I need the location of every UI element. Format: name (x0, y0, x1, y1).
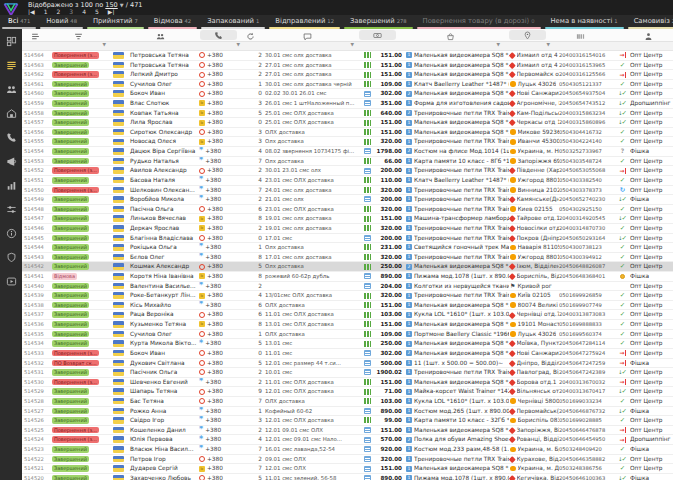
filter-dropdown-icon[interactable]: ▼ (103, 42, 106, 47)
order-row-514546[interactable]: 514546ЗавершенийДеркач Ярославlc+380219.… (22, 224, 673, 234)
order-row-514558[interactable]: 514558ЗавершенийКовпак Татьянаlc+380525.… (22, 109, 673, 119)
page-button-2[interactable]: 2 (56, 8, 60, 15)
order-row-514551[interactable]: 514551ЗавершенийБасова Наталя*+380423.01… (22, 176, 673, 186)
order-status: Повернення (з... (50, 186, 110, 195)
price-cell: 151.00 (363, 118, 405, 127)
order-row-514531[interactable]: 514531ЗавершенийПасічник Ольга+380210.01… (22, 368, 673, 378)
page-button-3[interactable]: 3 (69, 8, 73, 15)
order-row-514541[interactable]: 514541ВідмоваКоротя Ніна Іванівнаlc+3808… (22, 272, 673, 282)
order-row-514542[interactable]: 514542ЗавершенийКошмак Александр+3805Олх… (22, 262, 673, 272)
order-row-514553[interactable]: 514553ЗавершенийРудько Наталья*+3807Олх … (22, 157, 673, 167)
order-row-514552[interactable]: 514552Повернення (з...Авилов Александр+3… (22, 166, 673, 176)
column-header-comment[interactable] (258, 29, 356, 41)
order-row-514537[interactable]: 514537ЗавершенийРаца Вероніка+380611.01 … (22, 310, 673, 320)
first-page-button[interactable]: |◀ (28, 8, 35, 15)
order-row-514562[interactable]: 514562Повернення (з...Лепкий Дмитро+3802… (22, 70, 673, 80)
phone-number: +380 (207, 291, 223, 300)
tab-4[interactable]: Відмова42 (146, 15, 199, 29)
order-row-514557[interactable]: 514557ЗавершенийЛила Ярославlc+380025.01… (22, 118, 673, 128)
column-header-result[interactable] (608, 29, 623, 41)
order-row-514545[interactable]: 514545ЗавершенийБлагінна Владіслава+3800… (22, 234, 673, 244)
sidebar-item-warehouse[interactable] (0, 101, 22, 125)
order-row-514538[interactable]: 514538ЗавершенийКісь Михайло*+3806ОЛХ до… (22, 301, 673, 311)
product-cell: 1Тренировочные петли TRX Train... (405, 253, 509, 262)
order-row-514544[interactable]: 514544ЗавершенийРокіцька Ольга*+3801Олх … (22, 243, 673, 253)
order-row-514564[interactable]: 514564Повернення (з...Петровська Тетяна+… (22, 51, 673, 61)
column-header-flag[interactable] (108, 29, 126, 41)
order-row-514520[interactable]: 514520ЗавершенийЗахарченко Любовь+380511… (22, 474, 673, 480)
order-row-514550[interactable]: 514550Повернення (з...Шелковин Олексан..… (22, 186, 673, 196)
order-row-514547[interactable]: 514547ЗавершенийЛиньков Вячеславlc+38081… (22, 214, 673, 224)
order-row-514527[interactable]: 514527ЗавершенийРожко Анна*+3801Кофейный… (22, 407, 673, 417)
filter-dropdown-icon[interactable]: ▼ (237, 42, 240, 47)
nova-poshta-icon (509, 264, 515, 270)
column-header-client[interactable] (623, 29, 673, 41)
sidebar-item-video[interactable] (0, 269, 22, 293)
filter-dropdown-icon[interactable]: ▼ (497, 42, 500, 47)
delivery-city: Борова отд.1 (517, 378, 557, 387)
order-row-514525[interactable]: 514525Повернення (з...Кошеленко Данил*+3… (22, 426, 673, 436)
order-row-514526[interactable]: 514526ЗавершенийСвідро Ігор*+380312.01 с… (22, 416, 673, 426)
order-row-514535[interactable]: 514535ЗавершенийСучилов Олег+3801ОЛХ дос… (22, 330, 673, 340)
column-header-price[interactable] (356, 29, 398, 41)
tab-5[interactable]: Запакований1 (199, 15, 267, 29)
column-header-product[interactable] (398, 29, 502, 41)
order-status: Завершений (50, 262, 110, 271)
order-row-514524[interactable]: 514524Повернення (з...Юлія Первова*+3804… (22, 435, 673, 445)
last-page-button[interactable]: ▶| (108, 8, 115, 15)
order-row-514533[interactable]: 514533Повернення (з...Бокоч Иван+380011.… (22, 349, 673, 359)
order-row-514521[interactable]: 514521ЗавершенийДударев Сергійlc+380712.… (22, 464, 673, 474)
column-header-city[interactable] (502, 29, 552, 41)
price-cell: 109.00 (363, 80, 405, 89)
column-header-name[interactable] (126, 29, 194, 41)
order-row-514549[interactable]: 514549ЗавершенийВоробйов Микола*+380221.… (22, 195, 673, 205)
phone-number: +380 (207, 272, 223, 281)
column-header-phone[interactable] (194, 29, 242, 41)
tab-3[interactable]: Прийнятий7 (85, 15, 146, 29)
order-row-514540[interactable]: 514540ЗавершенийВалентина Василье...*+38… (22, 282, 673, 292)
order-row-514522[interactable]: 514522ЗавершенийПетров Ігор+380209.01 см… (22, 455, 673, 465)
order-row-514554[interactable]: 514554ЗавершенийДацюк Віра Сергіївна*+38… (22, 147, 673, 157)
sidebar-item-settings[interactable] (0, 197, 22, 221)
client-group: Опт Центр (630, 320, 673, 329)
order-row-514556[interactable]: 514556ЗавершенийСиротюк Олександр+3803ОЛ… (22, 128, 673, 138)
order-row-514548[interactable]: 514548ЗавершенийПасічна Ольга+380623.01 … (22, 205, 673, 215)
order-row-514543[interactable]: 514543ЗавершенийБєлов Олег*+380817.01 см… (22, 253, 673, 263)
column-header-count[interactable] (242, 29, 258, 41)
page-button-4[interactable]: 4 (82, 8, 86, 15)
sidebar-item-orders[interactable] (0, 53, 22, 77)
tab-8[interactable]: Повернення товару (в дорозі)0 (415, 15, 543, 29)
sidebar-item-info[interactable] (0, 221, 22, 245)
sidebar-item-statistics[interactable] (0, 173, 22, 197)
order-row-514530[interactable]: 514530Повернення (з...Шевченко Евгений*+… (22, 378, 673, 388)
sidebar-item-security[interactable] (0, 245, 22, 269)
order-comment: 30.01 смс олх доставка (265, 51, 363, 60)
sidebar-item-telephony[interactable] (0, 125, 22, 149)
app-logo-icon[interactable] (3, 1, 19, 14)
ukrposhta-icon (510, 398, 516, 404)
order-row-514532[interactable]: 514532ПО Возврат ск...Дукович Світлана+3… (22, 359, 673, 369)
order-row-514560[interactable]: 514560ЗавершенийБокоч Иван+380002.02 30.… (22, 89, 673, 99)
order-row-514528[interactable]: 514528ЗавершенийБас Тетяна+3807ОЛХ доста… (22, 397, 673, 407)
order-row-514555[interactable]: 514555ЗавершенийНовосад Олесяlc+3803Олх … (22, 137, 673, 147)
sidebar-item-dashboard[interactable] (0, 29, 22, 53)
tab-7[interactable]: Завершений278 (342, 15, 415, 29)
order-row-514559[interactable]: 514559ЗавершенийВлас Слотюкlc+380326.01 … (22, 99, 673, 109)
order-row-514536[interactable]: 514536ЗавершенийКузьменко Тетянаlc+38081… (22, 320, 673, 330)
sidebar-item-customers[interactable] (0, 77, 22, 101)
order-row-514523[interactable]: 514523ЗавершенийВласюк Ніна Васил...*+38… (22, 445, 673, 455)
filter-dropdown-icon[interactable]: ▼ (351, 42, 354, 47)
page-button-5[interactable]: 5 (95, 8, 99, 15)
order-row-514561[interactable]: 514561ЗавершенийСучилов Олег+380130.01 с… (22, 80, 673, 90)
chevron-down-icon[interactable]: ▼ (120, 2, 124, 8)
page-button-1[interactable]: 1 (44, 8, 48, 15)
filter-dropdown-icon[interactable]: ▼ (547, 42, 550, 47)
order-row-514563[interactable]: 514563ЗавершенийПетровська Тетяна+380227… (22, 61, 673, 71)
order-row-514539[interactable]: 514539ЗавершенийРоке-Бетанкурт Лін...lc+… (22, 291, 673, 301)
order-row-514534[interactable]: 514534ЗавершенийКурта Микола Вікто...*+3… (22, 339, 673, 349)
column-header-tracking[interactable] (552, 29, 608, 41)
order-row-514529[interactable]: 514529ЗавершенийШапарь Тетяна+380912.01 … (22, 387, 673, 397)
sidebar-item-marketing[interactable] (0, 149, 22, 173)
column-header-id[interactable] (22, 29, 48, 41)
column-header-status[interactable] (48, 29, 108, 41)
